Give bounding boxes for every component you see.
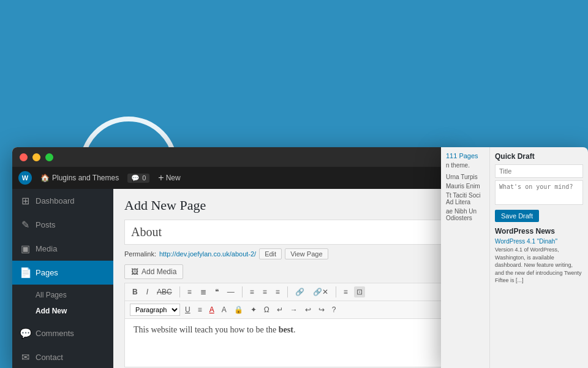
right-col-main: 111 Pages n theme. Urna Turpis Mauris En… <box>441 147 490 368</box>
italic-button[interactable]: I <box>144 286 151 297</box>
bg-color-button[interactable]: A <box>219 304 229 315</box>
outdent-button[interactable]: → <box>288 304 300 315</box>
edit-permalink-button[interactable]: Edit <box>259 248 282 259</box>
browser-titlebar <box>12 147 453 167</box>
sidebar-dashboard-label: Dashboard <box>36 196 75 205</box>
sidebar-item-comments[interactable]: 💬 Comments <box>12 321 113 345</box>
add-media-button[interactable]: 🖼 Add Media <box>124 264 183 279</box>
sidebar-add-new[interactable]: Add New <box>12 303 113 319</box>
adminbar-wp-letter: W <box>22 174 28 182</box>
news-item-0: Urna Turpis <box>446 174 484 180</box>
sidebar-item-posts[interactable]: ✎ Posts <box>12 213 113 237</box>
full-screen-button[interactable]: ⊡ <box>354 286 365 297</box>
post-title-input[interactable] <box>124 220 442 245</box>
editor-area[interactable]: This website will teach you how to be th… <box>124 318 442 367</box>
pages-count: 111 Pages <box>446 152 484 159</box>
comment-icon: 💬 <box>131 174 140 182</box>
sidebar-pages-label: Pages <box>36 268 58 277</box>
add-media-label: Add Media <box>141 267 176 276</box>
traffic-light-red[interactable] <box>20 153 28 161</box>
quick-draft-title-input[interactable] <box>495 164 583 178</box>
sidebar-media-label: Media <box>36 244 57 253</box>
indent-button[interactable]: ↵ <box>274 304 285 315</box>
format-select[interactable]: Paragraph Heading 1 Heading 2 Heading 3 <box>130 304 180 316</box>
pages-submenu: All Pages Add New <box>12 285 113 321</box>
toolbar-sep-1 <box>179 286 180 297</box>
permalink-url[interactable]: http://dev.joefylan.co.uk/about-2/ <box>159 250 256 258</box>
editor-content: This website will teach you how to be th… <box>134 325 433 335</box>
sidebar-item-dashboard[interactable]: ⊞ Dashboard <box>12 189 113 213</box>
underline-button[interactable]: U <box>183 304 193 315</box>
link-button[interactable]: 🔗 <box>293 286 307 297</box>
wp-main-content: Add New Page Permalink: http://dev.joefy… <box>113 189 453 368</box>
toolbar-sep-3 <box>287 286 288 297</box>
permalink-label: Permalink: <box>124 250 156 258</box>
wp-adminbar: W 🏠 Plugins and Themes 💬 0 + New <box>12 167 453 189</box>
browser-window: W 🏠 Plugins and Themes 💬 0 + New ⊞ Dashb… <box>12 147 453 368</box>
comments-count: 0 <box>142 174 146 182</box>
undo-button[interactable]: ↩ <box>303 304 314 315</box>
unordered-list-button[interactable]: ≡ <box>185 286 194 297</box>
comments-icon: 💬 <box>20 328 31 339</box>
adminbar-site-name: Plugins and Themes <box>52 174 119 182</box>
sidebar-all-pages[interactable]: All Pages <box>12 287 113 303</box>
special-chars-button[interactable]: Ω <box>262 304 272 315</box>
sidebar-posts-label: Posts <box>36 220 56 229</box>
paste-word-button[interactable]: ✦ <box>248 304 259 315</box>
adminbar-home-icon: 🏠 <box>40 174 50 182</box>
quick-draft-content[interactable] <box>495 180 583 205</box>
blockquote-button[interactable]: ❝ <box>213 286 221 297</box>
new-label: New <box>166 174 181 182</box>
right-col-sidebar: Quick Draft Save Draft WordPress News Wo… <box>490 147 588 368</box>
right-panel: 111 Pages n theme. Urna Turpis Mauris En… <box>441 147 588 368</box>
adminbar-comments[interactable]: 💬 0 <box>127 174 149 183</box>
paste-text-button[interactable]: 🔒 <box>232 304 246 315</box>
contact-icon: ✉ <box>20 351 31 363</box>
news-item-2: Tt Taciti Soci Ad Litera <box>446 192 484 205</box>
sidebar-item-contact[interactable]: ✉ Contact <box>12 345 113 368</box>
sidebar-comments-label: Comments <box>36 329 74 338</box>
toolbar-sep-2 <box>242 286 243 297</box>
text-color-button[interactable]: A <box>207 304 217 315</box>
quick-draft-heading: Quick Draft <box>495 152 583 161</box>
bold-button[interactable]: B <box>130 286 140 297</box>
wp-layout: ⊞ Dashboard ✎ Posts ▣ Media 📄 Pages All … <box>12 189 453 368</box>
traffic-light-green[interactable] <box>45 153 53 161</box>
view-page-button[interactable]: View Page <box>285 248 328 259</box>
hr-button[interactable]: — <box>225 286 237 297</box>
ordered-list-button[interactable]: ≣ <box>198 286 209 297</box>
editor-toolbar-row2: Paragraph Heading 1 Heading 2 Heading 3 … <box>124 301 442 318</box>
save-draft-button[interactable]: Save Draft <box>495 210 539 222</box>
strikethrough-button[interactable]: ABC <box>154 286 175 297</box>
wp-news-section: WordPress News WordPress 4.1 "Dinah" Ver… <box>495 227 583 285</box>
wp-news-body: Version 4.1 of WordPress, Washington, is… <box>495 246 583 285</box>
traffic-light-yellow[interactable] <box>32 153 40 161</box>
wp-news-link[interactable]: WordPress 4.1 "Dinah" <box>495 238 583 245</box>
news-item-3: ae Nibh Un Odiosters <box>446 208 484 221</box>
news-item-1: Mauris Enim <box>446 183 484 190</box>
posts-icon: ✎ <box>20 219 31 231</box>
add-media-icon: 🖼 <box>131 267 138 276</box>
editor-toolbar-row1: B I ABC ≡ ≣ ❝ — ≡ ≡ ≡ 🔗 🔗✕ ≡ ⊡ <box>124 283 442 301</box>
news-items: Urna Turpis Mauris Enim Tt Taciti Soci A… <box>446 174 484 221</box>
align-right-button[interactable]: ≡ <box>273 286 282 297</box>
toolbar-sep-4 <box>336 286 336 297</box>
redo-button[interactable]: ↪ <box>316 304 327 315</box>
adminbar-site[interactable]: 🏠 Plugins and Themes <box>40 174 119 182</box>
wp-news-heading: WordPress News <box>495 227 583 236</box>
help-button[interactable]: ? <box>330 304 339 315</box>
theme-text: n theme. <box>446 162 484 169</box>
adminbar-logo[interactable]: W <box>18 171 32 185</box>
insert-more-button[interactable]: ≡ <box>341 286 350 297</box>
plus-icon: + <box>158 172 164 183</box>
dashboard-icon: ⊞ <box>20 195 31 207</box>
unlink-button[interactable]: 🔗✕ <box>311 286 331 297</box>
sidebar-item-media[interactable]: ▣ Media <box>12 237 113 261</box>
justify-button[interactable]: ≡ <box>195 304 205 315</box>
align-left-button[interactable]: ≡ <box>247 286 257 297</box>
permalink-row: Permalink: http://dev.joefylan.co.uk/abo… <box>124 248 442 259</box>
media-icon: ▣ <box>20 243 31 255</box>
sidebar-item-pages[interactable]: 📄 Pages <box>12 261 113 285</box>
adminbar-new[interactable]: + New <box>158 172 180 183</box>
align-center-button[interactable]: ≡ <box>260 286 270 297</box>
